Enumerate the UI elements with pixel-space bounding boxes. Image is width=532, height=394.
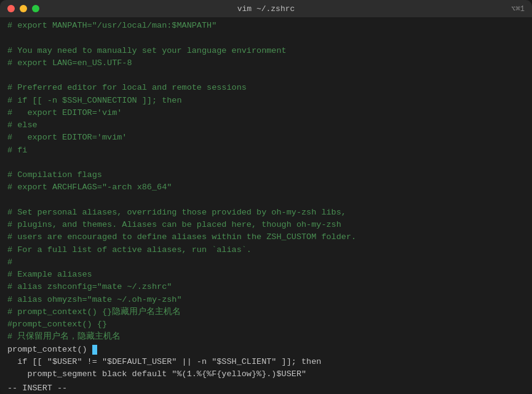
line-26: # 只保留用户名，隐藏主机名	[7, 331, 525, 343]
line-27-cursor: prompt_context()	[7, 344, 525, 356]
line-24: # prompt_context() {}隐藏用户名主机名	[7, 306, 525, 318]
line-20: #	[7, 256, 525, 269]
titlebar: vim ~/.zshrc ⌥⌘1	[0, 0, 532, 17]
line-18: # users are encouraged to define aliases…	[7, 231, 525, 243]
line-15	[7, 194, 525, 207]
insert-mode-label: -- INSERT --	[7, 384, 67, 393]
line-28: if [[ "$USER" != "$DEFAULT_USER" || -n "…	[7, 356, 525, 368]
status-bar: -- INSERT --	[0, 382, 532, 394]
line-7: # if [[ -n $SSH_CONNECTION ]]; then	[7, 95, 525, 107]
window-shortcut: ⌥⌘1	[511, 4, 525, 14]
line-12	[7, 157, 525, 169]
traffic-lights	[7, 5, 39, 12]
line-6: # Preferred editor for local and remote …	[7, 82, 525, 94]
maximize-button[interactable]	[32, 5, 39, 12]
line-11: # fi	[7, 144, 525, 157]
window-title: vim ~/.zshrc	[237, 4, 295, 14]
line-10: # export EDITOR='mvim'	[7, 132, 525, 144]
window: vim ~/.zshrc ⌥⌘1 # export MANPATH="/usr/…	[0, 0, 532, 394]
cursor	[92, 345, 97, 355]
line-19: # For a full list of active aliases, run…	[7, 244, 525, 256]
line-1: # export MANPATH="/usr/local/man:$MANPAT…	[7, 20, 525, 32]
line-8: # export EDITOR='vim'	[7, 107, 525, 119]
line-14: # export ARCHFLAGS="-arch x86_64"	[7, 181, 525, 194]
line-9: # else	[7, 119, 525, 132]
line-5	[7, 69, 525, 82]
line-4: # export LANG=en_US.UTF-8	[7, 57, 525, 69]
line-16: # Set personal aliases, overriding those…	[7, 207, 525, 219]
line-25: #prompt_context() {}	[7, 318, 525, 331]
line-2	[7, 32, 525, 44]
minimize-button[interactable]	[20, 5, 27, 12]
line-3: # You may need to manually set your lang…	[7, 45, 525, 57]
line-23: # alias ohmyzsh="mate ~/.oh-my-zsh"	[7, 294, 525, 306]
line-21: # Example aliases	[7, 269, 525, 281]
line-29: prompt_segment black default "%(1.%{%F{y…	[7, 368, 525, 380]
line-17: # plugins, and themes. Aliases can be pl…	[7, 219, 525, 231]
line-22: # alias zshconfig="mate ~/.zshrc"	[7, 281, 525, 293]
editor-area[interactable]: # export MANPATH="/usr/local/man:$MANPAT…	[0, 17, 532, 382]
line-27-before: prompt_context()	[7, 344, 92, 356]
close-button[interactable]	[7, 5, 15, 12]
line-13: # Compilation flags	[7, 169, 525, 181]
